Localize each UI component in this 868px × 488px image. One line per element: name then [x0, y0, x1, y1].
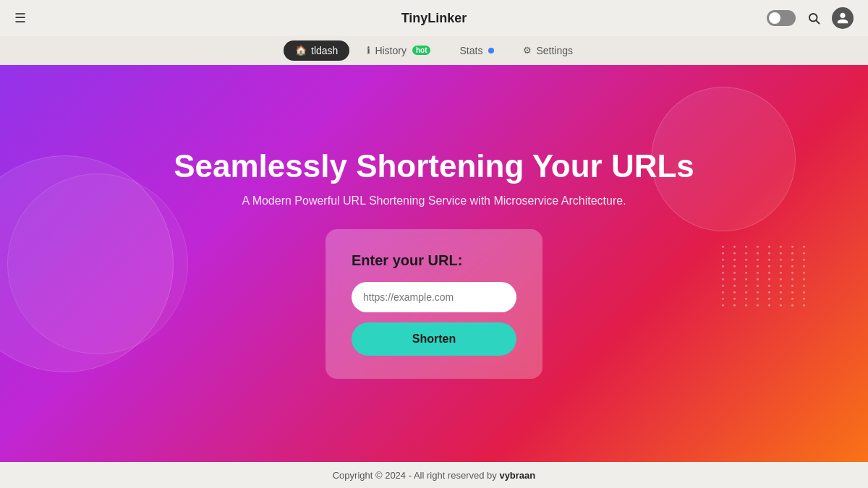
stats-dot — [488, 48, 494, 53]
header: ☰ TinyLinker — [0, 0, 868, 36]
url-input[interactable] — [352, 282, 516, 312]
nav-item-settings[interactable]: ⚙ Settings — [511, 40, 584, 61]
nav-label-stats: Stats — [459, 45, 482, 56]
footer-brand: vybraan — [499, 470, 535, 481]
nav-label-settings: Settings — [536, 45, 573, 56]
info-icon: ℹ — [367, 45, 370, 56]
hero-subtitle: A Modern Powerful URL Shortening Service… — [242, 194, 626, 207]
search-icon[interactable] — [807, 12, 820, 25]
menu-icon[interactable]: ☰ — [14, 10, 26, 26]
nav-label-history: History — [375, 45, 407, 56]
footer: Copyright © 2024 - All right reserved by… — [0, 462, 868, 488]
footer-text: Copyright © 2024 - All right reserved by… — [333, 470, 536, 481]
deco-dots — [722, 245, 810, 306]
hero-section: Seamlessly Shortening Your URLs A Modern… — [0, 65, 868, 462]
nav-item-tldash[interactable]: 🏠 tldash — [284, 40, 349, 61]
gear-icon: ⚙ — [523, 45, 532, 56]
theme-toggle[interactable] — [767, 10, 796, 26]
user-avatar[interactable] — [832, 7, 854, 29]
url-card-label: Enter your URL: — [352, 252, 516, 269]
hero-title: Seamlessly Shortening Your URLs — [174, 148, 694, 184]
navbar: 🏠 tldash ℹ History hot Stats ⚙ Settings — [0, 36, 868, 65]
svg-line-1 — [816, 20, 819, 23]
nav-item-stats[interactable]: Stats — [448, 40, 506, 61]
deco-circle-left-inner — [7, 174, 188, 354]
nav-label-tldash: tldash — [311, 45, 338, 56]
home-icon: 🏠 — [295, 45, 307, 56]
url-card: Enter your URL: Shorten — [326, 229, 542, 379]
nav-item-history[interactable]: ℹ History hot — [355, 40, 442, 61]
app-title: TinyLinker — [401, 11, 467, 26]
shorten-button[interactable]: Shorten — [352, 322, 516, 356]
hot-badge: hot — [412, 46, 431, 55]
header-actions — [767, 7, 854, 29]
